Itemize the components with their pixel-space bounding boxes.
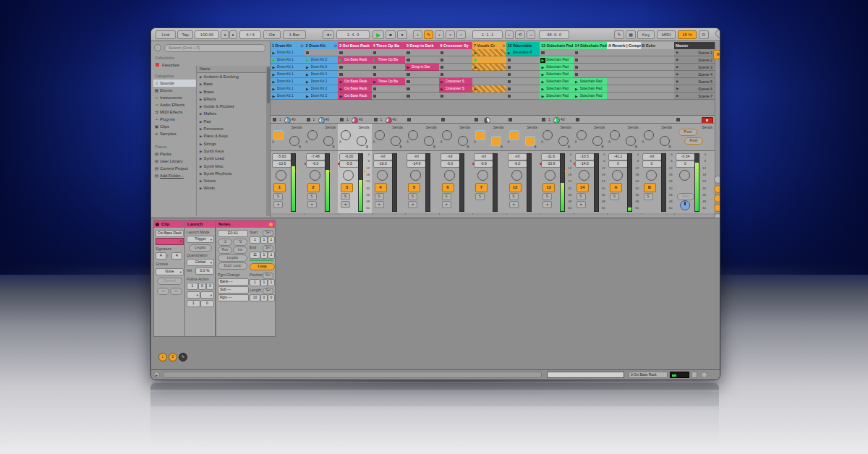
follow-button[interactable]: ◄▪: [323, 30, 334, 39]
clip-slot[interactable]: [372, 93, 406, 100]
sidebar-item-packs[interactable]: ▤Packs: [153, 150, 196, 158]
clip-slot[interactable]: [506, 71, 540, 78]
start-bars-field[interactable]: 1: [250, 236, 260, 244]
track-header[interactable]: 7 Vocals Gr⊙: [472, 42, 506, 49]
play-button[interactable]: ▶: [373, 30, 384, 39]
end-beats-field[interactable]: 1: [260, 252, 268, 259]
clip-launch-icon[interactable]: ▶: [271, 72, 276, 77]
sidebar-item-add-folder-[interactable]: ▤Add Folder...: [153, 172, 196, 179]
clip-slot[interactable]: [506, 64, 540, 71]
arm-button[interactable]: ●: [375, 201, 384, 208]
scene-slot[interactable]: ▶Scene 1: [674, 49, 715, 56]
clip-slot[interactable]: ▶Oxi Bass Rack: [338, 85, 372, 93]
send-a-knob[interactable]: [542, 130, 553, 140]
pan-knob[interactable]: [545, 170, 556, 181]
clip-slot[interactable]: [506, 85, 540, 93]
clip-launch-icon[interactable]: ▶: [473, 87, 478, 92]
track-header[interactable]: A Reverb | Compre: [607, 42, 641, 49]
cue-solo-button[interactable]: Solo: [677, 193, 694, 200]
key-map-button[interactable]: Key: [637, 30, 655, 39]
scene-launch-icon[interactable]: ▶: [676, 64, 678, 71]
clip-slot[interactable]: ▶Sidechain Pad: [574, 78, 608, 85]
track-volume-field[interactable]: -5.5: [339, 160, 359, 168]
send-a-knob[interactable]: [610, 130, 620, 140]
clip-launch-icon[interactable]: ▶: [507, 51, 512, 56]
master-header[interactable]: Master: [674, 42, 715, 49]
clip-launch-icon[interactable]: ▶: [540, 94, 545, 99]
track-activator[interactable]: 14: [576, 183, 589, 192]
solo-button[interactable]: S: [610, 193, 619, 200]
clip-box-toggle[interactable]: L: [158, 353, 167, 361]
clip-slot[interactable]: [506, 56, 540, 64]
clip-launch-icon[interactable]: ▶: [305, 87, 310, 92]
bank-chooser[interactable]: Bank ---: [218, 278, 249, 286]
nudge-back-button[interactable]: ≪: [157, 288, 169, 295]
clip-slot[interactable]: [405, 78, 439, 85]
clip-slot[interactable]: [472, 78, 506, 85]
loop-toggle[interactable]: ⟲: [515, 30, 525, 39]
send-b-knob[interactable]: [424, 136, 434, 146]
track-volume-field[interactable]: -6.0: [306, 160, 326, 168]
arm-button[interactable]: ●: [307, 201, 317, 208]
browser-scrollbar[interactable]: [266, 66, 270, 216]
clip-slot[interactable]: ▶Drum Kit 1: [271, 85, 305, 93]
clip-slot[interactable]: [472, 93, 506, 100]
start-beats-field[interactable]: 1: [260, 236, 268, 244]
clip-slot[interactable]: [641, 78, 675, 85]
solo-button[interactable]: S: [542, 193, 552, 200]
quantization-chooser[interactable]: Global▾: [187, 259, 214, 266]
track-activator[interactable]: B: [644, 183, 656, 192]
browser-item[interactable]: ▶Synth Lead: [197, 155, 266, 162]
clip-slot[interactable]: ▶Oxi Bass Rack: [338, 56, 372, 64]
browser-item[interactable]: ▶Voices: [197, 177, 266, 184]
expand-tracks-button[interactable]: ≣: [713, 50, 720, 59]
solo-button[interactable]: S: [375, 193, 384, 200]
track-volume-field[interactable]: -6.0: [441, 160, 460, 168]
commit-groove-button[interactable]: Commit: [157, 278, 182, 285]
nudge-down-button[interactable]: ◂: [221, 30, 229, 39]
track-header[interactable]: 14 Sidechain Pad: [574, 42, 608, 49]
track-volume-field[interactable]: -16.0: [373, 160, 393, 168]
scene-launch-icon[interactable]: ▶: [676, 93, 678, 100]
track-stop-all-icon[interactable]: [273, 118, 276, 121]
clip-slot[interactable]: [607, 71, 641, 78]
send-a-knob[interactable]: [273, 130, 284, 140]
clip-launch-icon[interactable]: ▶: [271, 94, 276, 99]
track-activator[interactable]: 13: [542, 183, 555, 192]
clip-launch-icon[interactable]: ▶: [339, 87, 344, 92]
track-header[interactable]: 6 Crossover Sy: [439, 42, 473, 49]
clip-slot[interactable]: ▶Oxi Bass Rack: [338, 93, 372, 100]
clip-color-chooser[interactable]: ▾: [156, 238, 184, 245]
track-activator[interactable]: 12: [509, 183, 522, 192]
browser-item[interactable]: ▶Synth Keys: [197, 147, 266, 155]
punch-out-button[interactable]: ¬: [527, 30, 535, 39]
position-bars-field[interactable]: 1: [250, 279, 260, 286]
loop-toggle-button[interactable]: Loop: [250, 263, 275, 270]
clip-launch-icon[interactable]: ▶: [271, 58, 276, 63]
loop-length-field[interactable]: 48. 0. 0: [539, 30, 569, 39]
clip-launch-icon[interactable]: ▶: [540, 65, 545, 70]
master-volume-field[interactable]: 0: [676, 160, 695, 168]
browser-item[interactable]: ▶Brass: [197, 88, 266, 95]
sidebar-item-instruments[interactable]: ⌗Instruments: [153, 94, 196, 101]
clip-slot[interactable]: [372, 85, 406, 93]
clip-launch-icon[interactable]: ▶: [373, 80, 378, 85]
clip-slot[interactable]: ▶Three Op Ba: [372, 56, 406, 64]
clip-slot[interactable]: [574, 56, 608, 64]
clip-slot[interactable]: ▶Oxi Bass Rack: [338, 78, 372, 85]
time-signature-field[interactable]: 4 / 4: [239, 30, 261, 39]
track-activator[interactable]: 6: [442, 183, 454, 192]
scene-slot[interactable]: ▶Scene 2: [674, 56, 715, 64]
pan-knob[interactable]: [310, 170, 320, 181]
arm-button[interactable]: ●: [509, 201, 519, 208]
browser-item[interactable]: ▶Synth Rhythmic: [197, 170, 266, 177]
browser-item[interactable]: ▶Winds: [197, 184, 266, 192]
stop-button[interactable]: ■: [386, 30, 396, 39]
midi-map-button[interactable]: MIDI: [657, 30, 676, 39]
returns-section-toggle[interactable]: [714, 194, 720, 202]
sidebar-item-user-library[interactable]: ▤User Library: [153, 158, 196, 165]
legato-toggle[interactable]: Legato: [189, 244, 212, 252]
clip-slot[interactable]: [405, 71, 439, 78]
clip-overview[interactable]: [547, 372, 624, 378]
clip-name-field[interactable]: Oxi Bass Rack: [156, 230, 184, 237]
